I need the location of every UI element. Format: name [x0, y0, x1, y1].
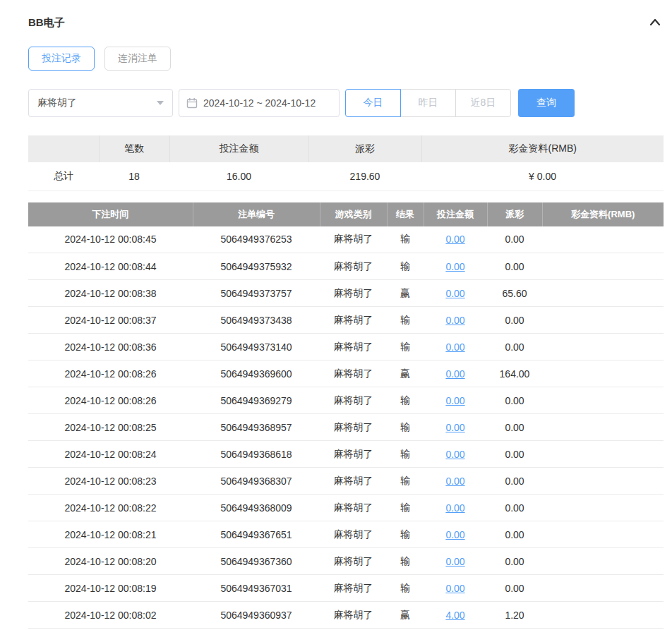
table-row: 2024-10-12 00:08:215064949367651麻将胡了输0.0…: [28, 521, 664, 548]
quick-filter-yesterday[interactable]: 昨日: [400, 89, 456, 117]
cell-bet-time: 2024-10-12 00:08:44: [28, 253, 193, 280]
cell-payout: 0.00: [487, 414, 542, 441]
bet-amount-link[interactable]: 0.00: [445, 502, 464, 514]
cell-bet-amount: 0.00: [424, 280, 487, 307]
bet-amount-link[interactable]: 0.00: [445, 368, 464, 380]
cell-result: 输: [387, 387, 424, 414]
cell-bonus: [542, 387, 664, 414]
cell-result: 输: [387, 495, 424, 521]
cell-result: 输: [387, 468, 424, 495]
cell-payout: 0.00: [487, 307, 542, 334]
tab-bet-records[interactable]: 投注记录: [28, 47, 95, 71]
table-row: 2024-10-12 00:08:225064949368009麻将胡了输0.0…: [28, 495, 664, 521]
cell-order-id: 5064949368307: [193, 468, 320, 495]
cell-bet-amount: 0.00: [424, 441, 487, 468]
bet-amount-link[interactable]: 0.00: [445, 234, 464, 245]
cell-bet-amount: 0.00: [424, 226, 487, 253]
cell-bonus: [542, 441, 664, 468]
date-range-input[interactable]: 2024-10-12 ~ 2024-10-12: [179, 89, 340, 117]
table-row: 2024-10-12 00:08:205064949367360麻将胡了输0.0…: [28, 548, 664, 575]
cell-bet-amount: 0.00: [424, 495, 487, 521]
collapse-button[interactable]: [647, 14, 664, 31]
cell-bonus: [542, 307, 664, 334]
cell-payout: 1.20: [487, 602, 542, 629]
cell-game-type: 麻将胡了: [320, 548, 387, 575]
cell-result: 赢: [387, 602, 424, 629]
calendar-icon: [186, 97, 198, 109]
cell-bonus: [542, 468, 664, 495]
bet-amount-link[interactable]: 0.00: [445, 449, 464, 460]
quick-filter-today[interactable]: 今日: [345, 89, 401, 117]
cell-bonus: [542, 334, 664, 361]
cell-bet-time: 2024-10-12 00:08:21: [28, 521, 193, 548]
column-header: 彩金资料(RMB): [542, 202, 664, 226]
cell-payout: 0.00: [487, 468, 542, 495]
summary-total-row: 总计 18 16.00 219.60 ¥ 0.00: [28, 162, 664, 190]
table-row: 2024-10-12 00:08:445064949375932麻将胡了输0.0…: [28, 253, 664, 280]
cell-payout: 0.00: [487, 495, 542, 521]
cell-result: 输: [387, 441, 424, 468]
cell-bet-amount: 0.00: [424, 387, 487, 414]
cell-order-id: 5064949369600: [193, 361, 320, 387]
cell-bonus: [542, 575, 664, 602]
cell-bonus: [542, 495, 664, 521]
table-row: 2024-10-12 00:08:455064949376253麻将胡了输0.0…: [28, 226, 664, 253]
bet-amount-link[interactable]: 0.00: [445, 583, 464, 594]
table-row: 2024-10-12 00:08:235064949368307麻将胡了输0.0…: [28, 468, 664, 495]
cell-bonus: [542, 280, 664, 307]
table-row: 2024-10-12 00:08:255064949368957麻将胡了输0.0…: [28, 414, 664, 441]
cell-payout: 65.60: [487, 280, 542, 307]
cell-result: 输: [387, 521, 424, 548]
cell-payout: 0.00: [487, 575, 542, 602]
summary-payout: 219.60: [308, 162, 421, 190]
cell-bonus: [542, 414, 664, 441]
cell-game-type: 麻将胡了: [320, 441, 387, 468]
chevron-down-icon: [157, 101, 164, 105]
bet-amount-link[interactable]: 0.00: [445, 556, 464, 567]
cell-game-type: 麻将胡了: [320, 307, 387, 334]
cell-bet-time: 2024-10-12 00:08:38: [28, 280, 193, 307]
bet-amount-link[interactable]: 0.00: [445, 261, 464, 272]
bet-amount-link[interactable]: 0.00: [445, 395, 464, 406]
quick-date-group: 今日 昨日 近8日: [345, 89, 511, 117]
bet-amount-link[interactable]: 4.00: [445, 610, 464, 621]
bet-amount-link[interactable]: 0.00: [445, 315, 464, 326]
summary-bet-amount: 16.00: [169, 162, 308, 190]
cell-result: 输: [387, 334, 424, 361]
bet-amount-link[interactable]: 0.00: [445, 288, 464, 299]
bet-amount-link[interactable]: 0.00: [445, 422, 464, 433]
table-row: 2024-10-12 00:08:195064949367031麻将胡了输0.0…: [28, 575, 664, 602]
cell-result: 输: [387, 253, 424, 280]
quick-filter-last8days[interactable]: 近8日: [455, 89, 511, 117]
table-row: 2024-10-12 00:08:265064949369279麻将胡了输0.0…: [28, 387, 664, 414]
search-button[interactable]: 查询: [518, 89, 575, 117]
cell-bonus: [542, 226, 664, 253]
bet-table: 下注时间注单编号游戏类别结果投注金额派彩彩金资料(RMB) 2024-10-12…: [28, 202, 664, 630]
cell-game-type: 麻将胡了: [320, 226, 387, 253]
tabs: 投注记录 连消注单: [28, 47, 664, 71]
cell-order-id: 5064949375932: [193, 253, 320, 280]
cell-bet-time: 2024-10-12 00:08:22: [28, 495, 193, 521]
game-select-value: 麻将胡了: [37, 97, 77, 109]
summary-header-cell: 投注金额: [169, 135, 308, 162]
cell-order-id: 5064949376253: [193, 226, 320, 253]
cell-game-type: 麻将胡了: [320, 280, 387, 307]
summary-header-cell: 派彩: [308, 135, 421, 162]
cell-order-id: 5064949360937: [193, 602, 320, 629]
cell-bet-amount: 0.00: [424, 575, 487, 602]
tab-cancelled-orders[interactable]: 连消注单: [104, 47, 171, 71]
summary-count: 18: [99, 162, 169, 190]
cell-payout: 0.00: [487, 334, 542, 361]
cell-order-id: 5064949369279: [193, 387, 320, 414]
bet-amount-link[interactable]: 0.00: [445, 341, 464, 353]
bet-amount-link[interactable]: 0.00: [445, 529, 464, 540]
table-row: 2024-10-12 00:08:375064949373438麻将胡了输0.0…: [28, 307, 664, 334]
cell-result: 输: [387, 548, 424, 575]
cell-bet-time: 2024-10-12 00:08:37: [28, 307, 193, 334]
game-select[interactable]: 麻将胡了: [28, 89, 173, 117]
bet-record-panel: BB电子 投注记录 连消注单 麻将胡了 2024-10-12 ~ 2024-10…: [28, 0, 664, 630]
cell-game-type: 麻将胡了: [320, 468, 387, 495]
bet-amount-link[interactable]: 0.00: [445, 475, 464, 487]
cell-game-type: 麻将胡了: [320, 253, 387, 280]
cell-payout: 0.00: [487, 253, 542, 280]
